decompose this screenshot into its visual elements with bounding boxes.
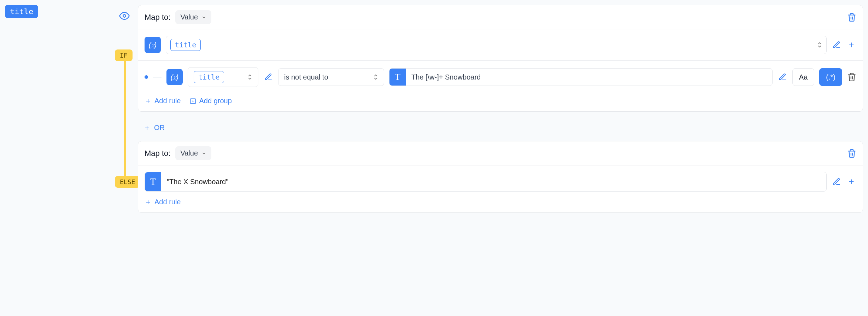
- condition-left-pill: title: [194, 71, 224, 83]
- regex-toggle[interactable]: (.*): [819, 68, 842, 86]
- else-value-row: T "The X Snowboard": [138, 165, 863, 198]
- or-text: OR: [154, 124, 165, 132]
- else-value-input[interactable]: T "The X Snowboard": [145, 172, 827, 192]
- variable-icon: (𝑥): [166, 69, 183, 85]
- text-type-icon: T: [145, 172, 161, 191]
- map-to-dropdown[interactable]: Value: [175, 10, 211, 24]
- operator-text: is not equal to: [284, 73, 328, 81]
- map-to-label: Map to:: [145, 149, 170, 158]
- map-to-label: Map to:: [145, 13, 170, 22]
- add-rule-text: Add rule: [154, 198, 181, 206]
- else-value-text: "The X Snowboard": [161, 178, 234, 186]
- add-group-text: Add group: [199, 97, 232, 105]
- else-pill: ELSE: [115, 176, 140, 188]
- map-to-value: Value: [180, 13, 198, 21]
- else-rule-actions: Add rule: [138, 198, 863, 212]
- delete-if-block-button[interactable]: [847, 13, 856, 22]
- rule-connector: [153, 77, 162, 77]
- case-sensitive-toggle[interactable]: Aa: [792, 68, 814, 86]
- chevron-down-icon: [201, 15, 206, 20]
- trash-icon: [847, 72, 856, 82]
- trash-icon: [847, 13, 856, 22]
- edit-left-button[interactable]: [263, 72, 273, 82]
- select-caret-icon: [373, 74, 378, 81]
- if-source-select[interactable]: title: [166, 36, 827, 54]
- if-source-variable-pill: title: [170, 39, 201, 51]
- pencil-icon: [832, 177, 841, 186]
- condition-row: (𝑥) title is not equal to: [145, 61, 856, 87]
- plus-icon: [848, 41, 855, 49]
- field-chip-title[interactable]: title: [5, 5, 38, 18]
- delete-rule-button[interactable]: [847, 72, 856, 82]
- add-group-link[interactable]: Add group: [189, 97, 232, 105]
- else-map-to-dropdown[interactable]: Value: [175, 146, 211, 160]
- add-group-icon: [189, 98, 197, 105]
- edit-else-value-button[interactable]: [832, 177, 841, 187]
- plus-icon: [848, 178, 855, 186]
- chevron-down-icon: [201, 151, 206, 156]
- condition-section: (𝑥) title is not equal to: [138, 60, 863, 93]
- add-rule-text: Add rule: [154, 97, 181, 105]
- if-source-row: (𝑥) title: [138, 29, 863, 60]
- select-caret-icon: [247, 74, 252, 81]
- trash-icon: [847, 149, 856, 158]
- edit-source-button[interactable]: [832, 40, 841, 50]
- add-else-value-button[interactable]: [846, 177, 856, 187]
- variable-icon: (𝑥): [145, 37, 161, 53]
- else-card-header: Map to: Value: [138, 141, 863, 165]
- if-card-header: Map to: Value: [138, 5, 863, 29]
- plus-icon: [145, 199, 152, 206]
- else-card: Map to: Value T "The X Snowboard": [138, 141, 863, 213]
- pencil-icon: [264, 73, 272, 81]
- condition-right-text: The [\w-]+ Snowboard: [406, 73, 486, 81]
- map-to-value: Value: [180, 149, 198, 157]
- edit-right-button[interactable]: [778, 72, 787, 82]
- timeline-line: [124, 55, 126, 182]
- plus-icon: [145, 98, 152, 105]
- rule-actions-row: Add rule Add group: [138, 93, 863, 111]
- add-or-branch-link[interactable]: OR: [141, 121, 168, 135]
- else-add-rule-link[interactable]: Add rule: [145, 198, 181, 206]
- text-type-icon: T: [389, 69, 406, 86]
- delete-else-block-button[interactable]: [847, 149, 856, 158]
- flow-timeline: [124, 0, 126, 316]
- condition-operator-select[interactable]: is not equal to: [278, 68, 384, 86]
- select-caret-icon: [817, 41, 822, 48]
- plus-icon: [143, 124, 151, 131]
- add-source-button[interactable]: [846, 40, 856, 50]
- pencil-icon: [832, 41, 841, 49]
- add-rule-link[interactable]: Add rule: [145, 97, 181, 105]
- condition-right-value[interactable]: T The [\w-]+ Snowboard: [389, 68, 773, 86]
- if-card: Map to: Value (𝑥) title: [138, 5, 863, 112]
- rule-dot: [145, 75, 148, 79]
- condition-left-select[interactable]: title: [188, 67, 258, 87]
- pencil-icon: [778, 73, 787, 81]
- if-pill: IF: [115, 49, 133, 61]
